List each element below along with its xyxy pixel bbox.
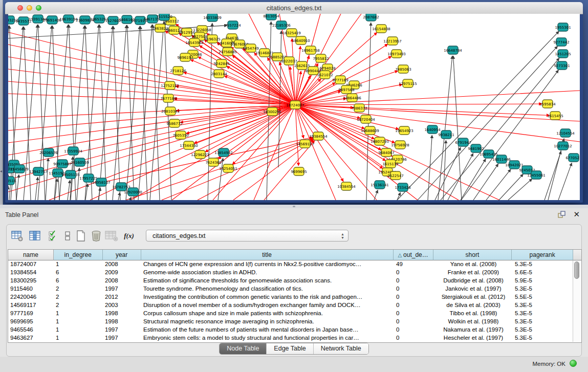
- graph-node[interactable]: 1451205: [555, 50, 571, 58]
- table-row[interactable]: 1456911722003Disruption of a novel membe…: [8, 301, 581, 310]
- graph-node[interactable]: 16033809: [203, 14, 222, 21]
- close-panel-icon[interactable]: ✕: [573, 210, 580, 219]
- cell-in_degree[interactable]: 2: [54, 293, 103, 301]
- cell-out_de[interactable]: 0: [394, 326, 434, 334]
- cell-out_de[interactable]: 49: [394, 260, 434, 269]
- table-row[interactable]: 977716911998Corpus callosum shape and si…: [8, 310, 581, 318]
- graph-node[interactable]: 9699695: [291, 167, 307, 176]
- graph-node[interactable]: 18640910: [292, 36, 310, 45]
- cell-pagerank[interactable]: 5.3E-5: [513, 285, 574, 293]
- cell-name[interactable]: 18724007: [8, 260, 54, 269]
- graph-node[interactable]: 2803144: [211, 70, 227, 78]
- cell-name[interactable]: 22420046: [8, 293, 54, 301]
- network-canvas[interactable]: 1872400798601248912954132260589927508165…: [8, 14, 580, 200]
- graph-node[interactable]: 19756928: [391, 141, 409, 149]
- cell-pagerank[interactable]: 5.9E-5: [513, 277, 574, 285]
- window-titlebar[interactable]: citations_edges.txt: [5, 2, 583, 14]
- column-header-pagerank[interactable]: pagerank: [512, 250, 573, 260]
- graph-node[interactable]: 16325419: [282, 29, 301, 37]
- graph-node[interactable]: 12296223: [191, 150, 209, 159]
- cell-name[interactable]: 9777169: [8, 310, 54, 318]
- table-scrollbar[interactable]: [573, 260, 581, 342]
- graph-node[interactable]: 10688609: [361, 126, 379, 135]
- cell-in_degree[interactable]: 1: [54, 318, 103, 326]
- cell-name[interactable]: 14569117: [8, 301, 54, 310]
- cell-short[interactable]: Nakamura et al. (1997): [434, 326, 513, 334]
- cell-pagerank[interactable]: 5.3E-5: [513, 310, 574, 318]
- cell-title[interactable]: Disruption of a novel member of a sodium…: [141, 301, 394, 310]
- cell-year[interactable]: 2012: [103, 293, 141, 301]
- graph-node[interactable]: 2087682: [363, 14, 379, 21]
- cell-short[interactable]: Jankovic et al. (1997): [434, 285, 513, 293]
- table-row[interactable]: 946554611997Estimation of the future num…: [8, 326, 581, 334]
- cell-pagerank[interactable]: 5.5E-5: [513, 293, 574, 301]
- graph-node[interactable]: 22185306: [272, 21, 291, 29]
- graph-node[interactable]: 7624360: [205, 158, 221, 166]
- graph-node[interactable]: 15136141: [371, 181, 389, 189]
- cell-short[interactable]: Stergiakouli et al. (2012): [434, 293, 513, 301]
- column-header-year[interactable]: year: [103, 250, 141, 260]
- cell-in_degree[interactable]: 1: [54, 260, 103, 269]
- cell-pagerank[interactable]: 5.3E-5: [513, 301, 574, 310]
- cell-name[interactable]: 9115460: [8, 285, 54, 293]
- graph-node[interactable]: 20810343: [161, 107, 180, 115]
- selection-checkmarks-icon[interactable]: [47, 229, 60, 243]
- graph-node[interactable]: 10277012: [554, 142, 572, 150]
- cell-short[interactable]: Wolkin et al. (1998): [434, 318, 513, 326]
- cell-in_degree[interactable]: 1: [54, 326, 103, 334]
- column-header-short[interactable]: short: [433, 250, 512, 260]
- graph-node[interactable]: 20206576: [39, 148, 58, 157]
- cell-pagerank[interactable]: 5.3E-5: [513, 260, 574, 269]
- cell-out_de[interactable]: 0: [394, 285, 434, 293]
- cell-year[interactable]: 2009: [103, 269, 141, 277]
- table-row[interactable]: 946362711997Embryonic stem cells: a mode…: [8, 334, 581, 342]
- cell-out_de[interactable]: 0: [394, 293, 434, 301]
- table-mode-icon[interactable]: [11, 229, 24, 243]
- cell-title[interactable]: Changes of HCN gene expression and I(f) …: [141, 260, 394, 269]
- cell-pagerank[interactable]: 5.3E-5: [513, 326, 574, 334]
- tab-edge-table[interactable]: Edge Table: [267, 343, 313, 354]
- graph-node[interactable]: 1955301: [555, 23, 571, 31]
- graph-node[interactable]: 10973493: [387, 50, 406, 58]
- cell-title[interactable]: Embryonic stem cells: a model to study s…: [141, 334, 394, 342]
- cell-name[interactable]: 9465546: [8, 326, 54, 334]
- graph-node[interactable]: 9277442: [553, 38, 569, 46]
- cell-year[interactable]: 2003: [103, 301, 141, 310]
- row-height-icon[interactable]: [61, 229, 74, 243]
- graph-node[interactable]: 23756885: [219, 48, 237, 56]
- graph-node[interactable]: 19654923: [395, 126, 413, 135]
- graph-node[interactable]: 90975887: [53, 160, 72, 168]
- table-row[interactable]: 1872400712008Changes of HCN gene express…: [8, 260, 581, 269]
- column-header-out_de[interactable]: △out_de…: [394, 250, 433, 260]
- cell-title[interactable]: Tourette syndrome. Phenomenology and cla…: [141, 285, 394, 293]
- cell-out_de[interactable]: 0: [394, 310, 434, 318]
- cell-year[interactable]: 2008: [103, 277, 141, 285]
- create-column-icon[interactable]: [74, 229, 88, 243]
- scrollbar-thumb[interactable]: [574, 261, 579, 279]
- cell-year[interactable]: 1998: [103, 310, 141, 318]
- cell-short[interactable]: Yano et al. (2008): [434, 260, 513, 269]
- float-panel-icon[interactable]: [558, 211, 565, 218]
- graph-node[interactable]: 9273301: [554, 61, 570, 70]
- cell-in_degree[interactable]: 6: [54, 269, 103, 277]
- cell-short[interactable]: Dudbridge et al. (2008): [434, 277, 513, 285]
- cell-pagerank[interactable]: 5.3E-5: [513, 318, 574, 326]
- graph-node[interactable]: 12213957: [383, 37, 402, 45]
- graph-node[interactable]: 12104554: [556, 129, 575, 137]
- cell-out_de[interactable]: 0: [394, 277, 434, 285]
- cell-out_de[interactable]: 0: [394, 318, 434, 326]
- function-builder-icon[interactable]: f(x): [122, 229, 136, 243]
- cell-name[interactable]: 9463627: [8, 334, 54, 342]
- graph-node[interactable]: 8813054: [263, 14, 279, 20]
- delete-column-icon[interactable]: [90, 229, 103, 243]
- cell-out_de[interactable]: 0: [394, 334, 434, 342]
- cell-name[interactable]: 9699695: [8, 318, 54, 326]
- graph-node[interactable]: 16720404: [357, 115, 375, 123]
- graph-node[interactable]: 7485063: [395, 65, 411, 73]
- cell-year[interactable]: 1998: [103, 318, 141, 326]
- graph-node[interactable]: 23864486: [343, 94, 361, 102]
- cell-short[interactable]: de Silva et al. (2003): [434, 301, 513, 310]
- table-row[interactable]: 2242004622012Investigating the contribut…: [8, 293, 581, 301]
- graph-node[interactable]: 7557224: [225, 21, 241, 29]
- cell-year[interactable]: 1997: [103, 326, 141, 334]
